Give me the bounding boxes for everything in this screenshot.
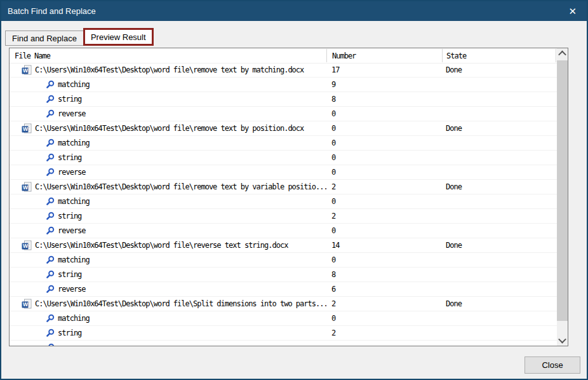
table-row-file[interactable]: WC:\Users\Win10x64Test\Desktop\word file… <box>10 63 557 78</box>
scroll-up-button[interactable] <box>557 48 568 59</box>
table-row-file[interactable]: WC:\Users\Win10x64Test\Desktop\word file… <box>10 297 557 311</box>
results-table: File Name Number State WC:\Users\Win10x6… <box>9 48 568 346</box>
tab-label: Preview Result <box>91 32 146 42</box>
rule-label: string <box>58 95 81 104</box>
search-icon <box>46 80 55 89</box>
search-icon <box>46 153 55 162</box>
search-icon <box>46 226 55 235</box>
file-path-label: C:\Users\Win10x64Test\Desktop\word file\… <box>35 299 326 308</box>
row-number: 8 <box>326 95 442 104</box>
table-row-file[interactable]: WC:\Users\Win10x64Test\Desktop\word file… <box>10 180 557 194</box>
column-header-state[interactable]: State <box>442 49 557 62</box>
table-row-sub[interactable]: matching9 <box>10 78 557 92</box>
table-row-sub[interactable]: reverse0 <box>10 165 557 180</box>
row-number: 2 <box>326 329 442 337</box>
row-number: 8 <box>326 270 442 279</box>
row-state: Done <box>442 65 557 74</box>
row-number: 14 <box>326 241 442 250</box>
row-number: 2 <box>326 299 442 308</box>
rule-label: matching <box>58 314 90 323</box>
file-path-label: C:\Users\Win10x64Test\Desktop\word file\… <box>35 241 288 250</box>
search-icon <box>46 314 55 323</box>
table-row-sub[interactable]: matching0 <box>10 194 557 209</box>
column-header-number[interactable]: Number <box>326 49 442 62</box>
row-number: 2 <box>326 212 442 221</box>
search-icon <box>46 109 55 118</box>
row-number: 0 <box>326 314 442 323</box>
batch-find-replace-dialog: Batch Find and Replace ✕ Find and Replac… <box>0 0 588 380</box>
file-path-label: C:\Users\Win10x64Test\Desktop\word file\… <box>35 124 304 133</box>
row-number: 2 <box>326 182 442 191</box>
word-file-icon: W <box>22 123 32 133</box>
word-file-icon: W <box>22 240 32 250</box>
rule-label: matching <box>58 255 90 264</box>
search-icon <box>46 139 55 147</box>
tab-label: Find and Replace <box>12 34 77 43</box>
table-row-sub[interactable]: reverse0 <box>10 224 557 238</box>
table-row-sub[interactable]: matching0 <box>10 311 557 326</box>
row-number: 0 <box>326 139 442 147</box>
row-number: 0 <box>326 197 442 206</box>
table-row-sub[interactable]: string2 <box>10 326 557 341</box>
row-state: Done <box>442 182 557 191</box>
rule-label: reverse <box>58 285 86 294</box>
search-icon <box>46 255 55 264</box>
search-icon <box>46 329 55 337</box>
column-header-file-name[interactable]: File Name <box>10 48 326 63</box>
table-row-sub[interactable]: matching0 <box>10 136 557 151</box>
tab-find-and-replace[interactable]: Find and Replace <box>5 31 83 46</box>
rule-label: reverse <box>58 109 86 118</box>
search-icon <box>46 270 55 279</box>
rule-label: string <box>58 270 81 279</box>
table-row-sub[interactable]: string0 <box>10 151 557 165</box>
table-row-sub[interactable]: string8 <box>10 92 557 107</box>
rule-label: string <box>58 212 81 221</box>
scrollbar-thumb[interactable] <box>557 60 568 321</box>
row-number: 0 <box>326 226 442 235</box>
row-state: Done <box>442 299 557 308</box>
table-row-sub[interactable]: string2 <box>10 209 557 224</box>
search-icon <box>46 343 55 346</box>
table-header: File Name Number State <box>10 48 557 64</box>
table-row-file[interactable]: WC:\Users\Win10x64Test\Desktop\word file… <box>10 238 557 253</box>
window-title: Batch Find and Replace <box>8 6 96 16</box>
row-state: Done <box>442 124 557 133</box>
word-file-icon: W <box>22 299 32 309</box>
rule-label: string <box>58 329 81 337</box>
row-number: 0 <box>326 124 442 133</box>
rule-label: matching <box>58 80 90 89</box>
rule-label: string <box>58 153 81 162</box>
rule-label: matching <box>58 197 90 206</box>
table-row-sub[interactable]: reverse6 <box>10 282 557 297</box>
table-row-sub[interactable] <box>10 341 557 346</box>
chevron-down-icon <box>558 336 566 344</box>
row-state: Done <box>442 241 557 250</box>
file-path-label: C:\Users\Win10x64Test\Desktop\word file\… <box>35 65 304 74</box>
table-row-sub[interactable]: reverse0 <box>10 107 557 121</box>
table-rows: WC:\Users\Win10x64Test\Desktop\word file… <box>10 63 557 346</box>
vertical-scrollbar[interactable] <box>557 48 568 346</box>
title-bar: Batch Find and Replace ✕ <box>1 1 587 21</box>
close-icon[interactable]: ✕ <box>565 5 580 17</box>
chevron-up-icon <box>558 51 566 59</box>
search-icon <box>46 168 55 177</box>
search-icon <box>46 285 55 294</box>
row-number: 6 <box>326 285 442 294</box>
word-file-icon: W <box>22 65 32 75</box>
search-icon <box>46 197 55 206</box>
rule-label: reverse <box>58 168 86 177</box>
rule-label: reverse <box>58 226 86 235</box>
table-row-file[interactable]: WC:\Users\Win10x64Test\Desktop\word file… <box>10 121 557 136</box>
row-number: 17 <box>326 65 442 74</box>
row-number: 9 <box>326 80 442 89</box>
search-icon <box>46 95 55 104</box>
scroll-down-button[interactable] <box>557 335 568 346</box>
row-number: 0 <box>326 168 442 177</box>
word-file-icon: W <box>22 182 32 192</box>
table-row-sub[interactable]: matching0 <box>10 253 557 268</box>
tab-preview-result[interactable]: Preview Result <box>83 28 154 46</box>
tab-strip: Find and Replace Preview Result <box>5 28 154 46</box>
close-button[interactable]: Close <box>525 356 580 374</box>
header-separator <box>556 49 556 62</box>
table-row-sub[interactable]: string8 <box>10 268 557 282</box>
